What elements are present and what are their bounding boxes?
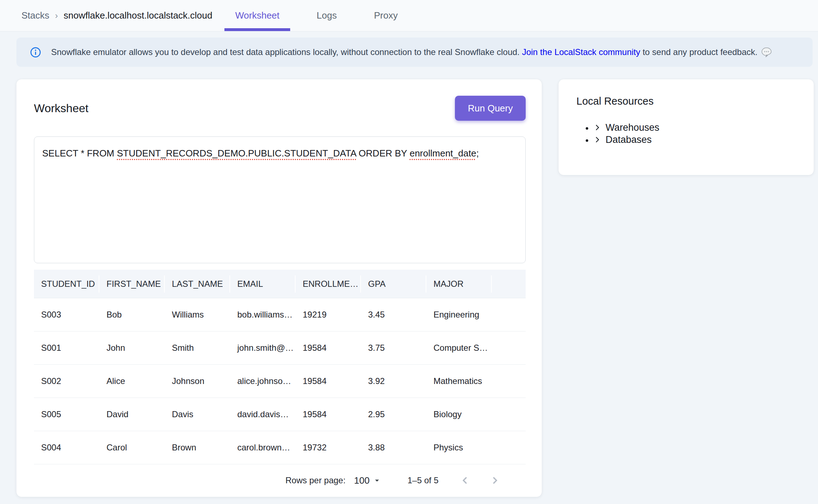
table-cell[interactable]: david.davis… (230, 398, 296, 431)
column-header[interactable]: GPA (361, 270, 426, 298)
table-cell[interactable]: Engineering (426, 298, 492, 331)
column-separator (491, 275, 492, 293)
resource-item-label: Warehouses (606, 122, 660, 133)
rows-per-page-value: 100 (354, 475, 370, 486)
run-query-button[interactable]: Run Query (455, 96, 526, 121)
breadcrumb-stacks[interactable]: Stacks (21, 10, 49, 21)
breadcrumb-current: snowflake.localhost.localstack.cloud (64, 10, 212, 21)
table-row: S004CarolBrowncarol.brown…197323.88Physi… (34, 431, 526, 464)
table-cell[interactable]: Johnson (165, 365, 230, 398)
info-icon (30, 47, 41, 58)
table-cell[interactable]: S002 (34, 365, 99, 398)
column-header-label: ENROLLME… (303, 279, 358, 289)
column-header[interactable]: EMAIL (230, 270, 296, 298)
table-row: S001JohnSmithjohn.smith@…195843.75Comput… (34, 331, 526, 365)
column-header-label: STUDENT_ID (41, 279, 95, 289)
worksheet-header: Worksheet Run Query (16, 79, 542, 121)
table-cell[interactable]: 3.88 (361, 431, 426, 464)
column-header-label: LAST_NAME (172, 279, 223, 289)
tab-label: Worksheet (235, 10, 279, 21)
tab-label: Proxy (374, 10, 397, 21)
column-header[interactable]: LAST_NAME (165, 270, 230, 298)
community-link[interactable]: Join the LocalStack community (522, 47, 640, 57)
resource-item-warehouses[interactable]: Warehouses (593, 121, 799, 134)
next-page-button[interactable] (486, 472, 504, 489)
table-cell[interactable]: 3.92 (361, 365, 426, 398)
table-cell[interactable]: bob.williams… (230, 298, 296, 331)
table-cell[interactable]: S001 (34, 331, 99, 364)
breadcrumb-separator-icon: › (55, 11, 58, 21)
table-cell[interactable]: Bob (99, 298, 165, 331)
chevron-right-icon (593, 123, 601, 132)
table-cell[interactable]: 19584 (296, 365, 361, 398)
sql-editor[interactable]: SELECT * FROM STUDENT_RECORDS_DEMO.PUBLI… (34, 136, 526, 263)
table-header-row: STUDENT_ID FIRST_NAME LAST_NAME EMAIL EN… (34, 270, 526, 298)
table-cell[interactable]: Williams (165, 298, 230, 331)
results-table: STUDENT_ID FIRST_NAME LAST_NAME EMAIL EN… (34, 270, 526, 496)
column-header-label: GPA (368, 279, 386, 289)
table-cell[interactable]: 19584 (296, 398, 361, 431)
column-header[interactable]: MAJOR (426, 270, 492, 298)
table-cell[interactable]: S004 (34, 431, 99, 464)
sql-text: ; (476, 148, 479, 159)
table-cell[interactable]: Davis (165, 398, 230, 431)
sql-identifier: STUDENT_RECORDS_DEMO.PUBLIC.STUDENT_DATA (117, 148, 356, 159)
table-row: S002AliceJohnsonalice.johnso…195843.92Ma… (34, 365, 526, 398)
resource-item-label: Databases (606, 134, 652, 145)
table-cell[interactable]: 19732 (296, 431, 361, 464)
table-cell[interactable]: 19584 (296, 331, 361, 364)
table-cell[interactable]: 19219 (296, 298, 361, 331)
table-cell[interactable]: S003 (34, 298, 99, 331)
table-cell[interactable]: 3.45 (361, 298, 426, 331)
sql-identifier: enrollment_date (410, 148, 476, 159)
table-cell[interactable]: S005 (34, 398, 99, 431)
resources-list: Warehouses Databases (576, 121, 799, 146)
tab-proxy[interactable]: Proxy (363, 0, 408, 31)
table-cell[interactable]: john.smith@… (230, 331, 296, 364)
column-header[interactable]: FIRST_NAME (99, 270, 165, 298)
table-cell[interactable]: 2.95 (361, 398, 426, 431)
tab-label: Logs (317, 10, 337, 21)
table-cell[interactable]: Computer S… (426, 331, 492, 364)
caret-down-icon (372, 476, 382, 485)
table-cell[interactable]: carol.brown… (230, 431, 296, 464)
table-cell[interactable]: Mathematics (426, 365, 492, 398)
top-bar: Stacks › snowflake.localhost.localstack.… (0, 0, 818, 31)
tab-logs[interactable]: Logs (306, 0, 347, 31)
resources-title: Local Resources (576, 95, 799, 107)
resource-item-databases[interactable]: Databases (593, 134, 799, 146)
table-cell[interactable]: Smith (165, 331, 230, 364)
rows-per-page-select[interactable]: 100 (354, 475, 382, 486)
table-cell[interactable]: Alice (99, 365, 165, 398)
breadcrumb: Stacks › snowflake.localhost.localstack.… (21, 0, 212, 31)
banner-text: Snowflake emulator allows you to develop… (51, 47, 522, 57)
table-cell[interactable]: Biology (426, 398, 492, 431)
table-cell[interactable]: John (99, 331, 165, 364)
local-resources-panel: Local Resources Warehouses Databases (559, 79, 814, 175)
speech-balloon-icon (761, 47, 772, 57)
chevron-right-icon (489, 474, 501, 486)
column-header-label: MAJOR (433, 279, 463, 289)
table-cell[interactable]: Physics (426, 431, 492, 464)
table-cell[interactable]: David (99, 398, 165, 431)
tab-worksheet[interactable]: Worksheet (224, 0, 290, 31)
column-header-label: EMAIL (237, 279, 263, 289)
previous-page-button[interactable] (456, 472, 474, 489)
page-title: Worksheet (34, 102, 88, 115)
info-banner: Snowflake emulator allows you to develop… (16, 38, 813, 67)
active-tab-indicator (224, 28, 290, 31)
table-cell[interactable]: Brown (165, 431, 230, 464)
table-body: S003BobWilliamsbob.williams…192193.45Eng… (34, 298, 526, 464)
rows-per-page-label: Rows per page: (286, 475, 346, 485)
table-row: S005DavidDavisdavid.davis…195842.95Biolo… (34, 398, 526, 431)
column-header[interactable]: ENROLLME… (296, 270, 361, 298)
table-cell[interactable]: 3.75 (361, 331, 426, 364)
column-header[interactable]: STUDENT_ID (34, 270, 99, 298)
page: Stacks › snowflake.localhost.localstack.… (0, 0, 818, 504)
banner-text-after: to send any product feedback. (640, 47, 758, 57)
table-cell[interactable]: alice.johnso… (230, 365, 296, 398)
table-cell[interactable]: Carol (99, 431, 165, 464)
pagination-bar: Rows per page: 100 1–5 of 5 (34, 464, 526, 496)
worksheet-panel: Worksheet Run Query SELECT * FROM STUDEN… (16, 79, 542, 497)
column-header-label: FIRST_NAME (106, 279, 161, 289)
